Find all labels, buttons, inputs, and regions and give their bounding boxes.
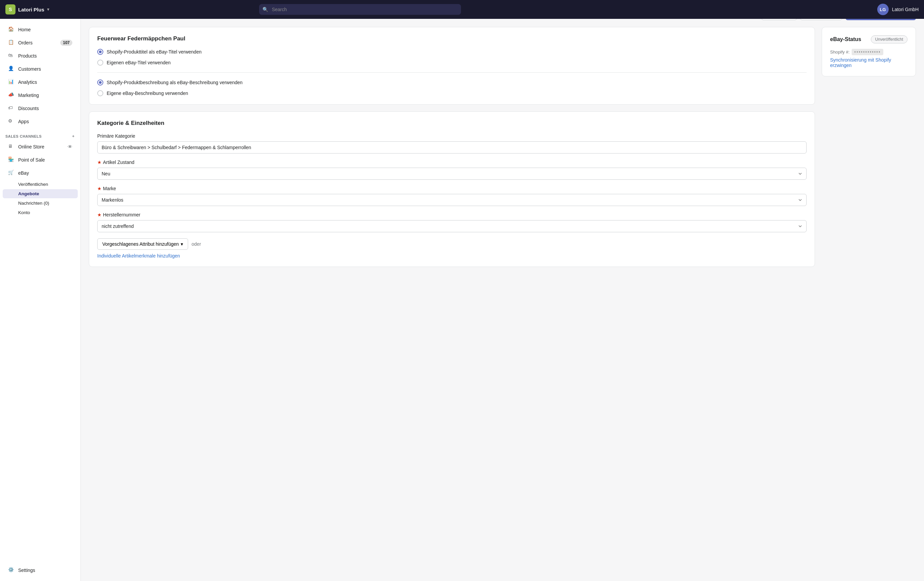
shopify-logo-icon: S (5, 4, 15, 15)
radio-label-own-title: Eigenen eBay-Titel verwenden (107, 60, 171, 65)
kategorie-card: Kategorie & Einzelheiten Primäre Kategor… (89, 111, 815, 267)
ebay-status-header: eBay-Status Unveröffentlicht (830, 35, 908, 43)
ebay-status-panel: eBay-Status Unveröffentlicht Shopify #: … (822, 27, 916, 76)
search-input[interactable] (259, 4, 461, 15)
sync-link[interactable]: Synchronisierung mit Shopify erzwingen (830, 57, 891, 68)
radio-group-desc: Shopify-Produktbeschreibung als eBay-Bes… (97, 79, 807, 96)
search-bar: 🔍 (259, 4, 461, 15)
search-icon: 🔍 (262, 7, 268, 12)
discounts-icon: 🏷 (8, 105, 15, 112)
sidebar-item-label: Customers (18, 66, 41, 72)
shopify-num-row: Shopify #: •••••••••••• (830, 49, 908, 55)
radio-label-own-desc: Eigene eBay-Beschreibung verwenden (107, 91, 188, 96)
sidebar-item-label: Discounts (18, 106, 39, 111)
kategorie-title: Kategorie & Einzelheiten (97, 120, 807, 127)
sidebar-item-ebay[interactable]: 🛒 eBay (3, 167, 78, 180)
radio-shopify-desc[interactable]: Shopify-Produktbeschreibung als eBay-Bes… (97, 79, 807, 86)
marke-field: ★Marke Markenlos Feuerwear Andere (97, 186, 807, 206)
status-badge: Unveröffentlicht (871, 35, 908, 43)
home-icon: 🏠 (8, 26, 15, 33)
radio-input-own-title[interactable] (97, 59, 103, 66)
sales-channels-section: SALES CHANNELS ＋ (0, 128, 81, 140)
ebay-icon: 🛒 (8, 170, 15, 177)
sidebar-item-label: Point of Sale (18, 157, 45, 163)
sidebar-item-customers[interactable]: 👤 Customers (3, 63, 78, 75)
sidebar-item-analytics[interactable]: 📊 Analytics (3, 76, 78, 89)
sales-channels-title: SALES CHANNELS (5, 134, 42, 139)
sidebar-item-discounts[interactable]: 🏷 Discounts (3, 102, 78, 115)
artikel-zustand-select[interactable]: Neu Gebraucht Generalüberholt (97, 168, 807, 180)
radio-own-desc[interactable]: Eigene eBay-Beschreibung verwenden (97, 90, 807, 96)
primary-category-input[interactable] (97, 141, 807, 154)
radio-label-shopify-desc: Shopify-Produktbeschreibung als eBay-Bes… (107, 80, 243, 85)
radio-label-shopify-title: Shopify-Produkttitel als eBay-Titel verw… (107, 49, 201, 54)
radio-input-shopify-title[interactable] (97, 49, 103, 55)
pos-icon: 🏪 (8, 157, 15, 163)
individual-link[interactable]: Individuelle Artikelmerkmale hinzufügen (97, 253, 180, 259)
primary-category-field: Primäre Kategorie (97, 133, 807, 154)
online-store-icon: 🖥 (8, 144, 15, 150)
analytics-icon: 📊 (8, 79, 15, 86)
sidebar-item-products[interactable]: 🛍 Products (3, 50, 78, 62)
sidebar-item-point-of-sale[interactable]: 🏪 Point of Sale (3, 154, 78, 166)
topnav: S Latori Plus ▾ 🔍 LG Latori GmbH (0, 0, 924, 19)
radio-own-title[interactable]: Eigenen eBay-Titel verwenden (97, 59, 807, 66)
shopify-num-label: Shopify #: (830, 50, 850, 54)
herstellernummer-field: ★Herstellernummer nicht zutreffend Ander… (97, 212, 807, 232)
content-area: Feuerwear Federmäppchen Paul Shopify-Pro… (89, 27, 916, 267)
radio-shopify-title[interactable]: Shopify-Produkttitel als eBay-Titel verw… (97, 49, 807, 55)
brand-chevron-icon: ▾ (47, 7, 49, 12)
eye-icon: 👁 (68, 144, 73, 149)
topnav-right: LG Latori GmbH (877, 4, 919, 15)
sidebar-item-online-store[interactable]: 🖥 Online Store 👁 (3, 140, 78, 153)
sidebar-subitem-nachrichten[interactable]: Nachrichten (0) (3, 199, 78, 208)
main-content: 🏷 eBay / Angebote / Bearbeiten Abbrechen… (81, 0, 924, 275)
product-card: Feuerwear Federmäppchen Paul Shopify-Pro… (89, 27, 815, 105)
sidebar-item-marketing[interactable]: 📣 Marketing (3, 89, 78, 102)
side-column: eBay-Status Unveröffentlicht Shopify #: … (822, 27, 916, 76)
required-star-hersteller: ★ (97, 212, 102, 218)
orders-badge: 107 (60, 40, 73, 46)
brand-label: Latori Plus (18, 7, 45, 12)
products-icon: 🛍 (8, 53, 15, 59)
artikel-zustand-label: ★Artikel Zustand (97, 160, 807, 165)
add-attribute-button[interactable]: Vorgeschlagenes Attribut hinzufügen ▾ (97, 238, 188, 250)
primary-category-label: Primäre Kategorie (97, 133, 807, 139)
add-attribute-row: Vorgeschlagenes Attribut hinzufügen ▾ od… (97, 238, 807, 250)
main-column: Feuerwear Federmäppchen Paul Shopify-Pro… (89, 27, 815, 267)
sidebar-item-orders[interactable]: 📋 Orders 107 (3, 36, 78, 49)
marke-label: ★Marke (97, 186, 807, 191)
required-star: ★ (97, 160, 102, 165)
orders-icon: 📋 (8, 40, 15, 46)
radio-group-title: Shopify-Produkttitel als eBay-Titel verw… (97, 49, 807, 66)
sidebar: 🏠 Home 📋 Orders 107 🛍 Products 👤 Custome… (0, 19, 81, 275)
sidebar-subitem-konto[interactable]: Konto (3, 208, 78, 217)
ebay-status-title: eBay-Status (830, 36, 861, 43)
marke-select[interactable]: Markenlos Feuerwear Andere (97, 194, 807, 206)
apps-icon: ⚙ (8, 118, 15, 125)
sidebar-item-label: Orders (18, 40, 33, 45)
product-title: Feuerwear Federmäppchen Paul (97, 35, 807, 42)
chevron-down-icon: ▾ (181, 241, 183, 247)
marketing-icon: 📣 (8, 92, 15, 99)
herstellernummer-label: ★Herstellernummer (97, 212, 807, 218)
sidebar-item-apps[interactable]: ⚙ Apps (3, 115, 78, 128)
brand-logo[interactable]: S Latori Plus ▾ (5, 4, 49, 15)
avatar[interactable]: LG (877, 4, 889, 15)
sidebar-subitem-veroeffentlichen[interactable]: Veröffentlichen (3, 180, 78, 189)
sidebar-item-label: Marketing (18, 92, 39, 98)
customers-icon: 👤 (8, 66, 15, 73)
sidebar-item-label: Analytics (18, 79, 37, 85)
add-attribute-label: Vorgeschlagenes Attribut hinzufügen (102, 241, 179, 247)
radio-input-shopify-desc[interactable] (97, 79, 103, 86)
radio-input-own-desc[interactable] (97, 90, 103, 96)
herstellernummer-select[interactable]: nicht zutreffend Andere (97, 220, 807, 232)
sidebar-item-home[interactable]: 🏠 Home (3, 23, 78, 36)
sidebar-subitem-angebote[interactable]: Angebote (3, 189, 78, 198)
add-channel-icon[interactable]: ＋ (71, 134, 75, 139)
oder-text: oder (191, 241, 201, 247)
sidebar-item-label: Online Store (18, 144, 45, 149)
required-star-marke: ★ (97, 186, 102, 191)
sidebar-item-label: Home (18, 27, 31, 32)
artikel-zustand-field: ★Artikel Zustand Neu Gebraucht Generalüb… (97, 160, 807, 180)
